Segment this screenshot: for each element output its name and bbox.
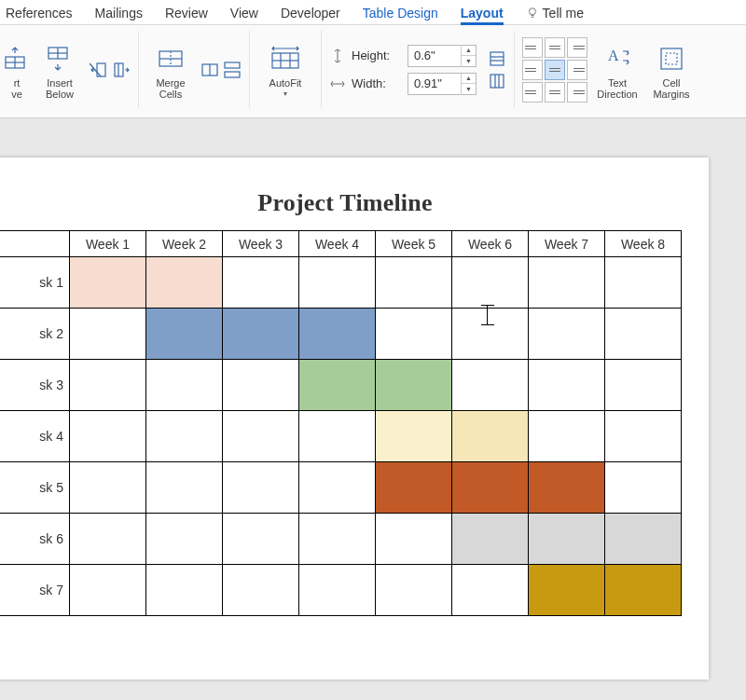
row-label-6[interactable]: sk 6 [0, 514, 70, 565]
split-table-button[interactable] [223, 61, 242, 79]
merge-cells-button[interactable]: Merge Cells [146, 40, 195, 100]
col-week-1[interactable]: Week 1 [70, 231, 146, 257]
cell[interactable] [529, 360, 605, 411]
cell[interactable] [605, 257, 682, 309]
col-week-4[interactable]: Week 4 [299, 231, 376, 257]
align-mid-right[interactable] [567, 60, 587, 80]
cell[interactable] [299, 309, 376, 360]
tab-review[interactable]: Review [165, 6, 208, 21]
tab-developer[interactable]: Developer [281, 6, 340, 21]
col-week-6[interactable]: Week 6 [452, 231, 529, 257]
align-top-center[interactable] [545, 37, 565, 58]
distribute-columns-button[interactable] [488, 72, 506, 90]
cell[interactable] [223, 565, 299, 616]
cell[interactable] [299, 411, 376, 462]
cell[interactable] [223, 360, 299, 411]
tab-table-design[interactable]: Table Design [363, 6, 438, 21]
cell[interactable] [146, 411, 223, 462]
cell-margins-button[interactable]: Cell Margins [647, 40, 696, 100]
cell[interactable] [529, 309, 605, 360]
cell[interactable] [376, 514, 452, 565]
header-blank[interactable] [0, 231, 70, 257]
tab-references[interactable]: References [6, 6, 73, 21]
cell[interactable] [146, 514, 223, 565]
cell[interactable] [452, 462, 529, 514]
cell[interactable] [529, 565, 605, 616]
width-input[interactable]: 0.91" ▲ ▼ [408, 73, 477, 95]
cell[interactable] [70, 257, 146, 309]
cell[interactable] [376, 309, 452, 360]
cell[interactable] [529, 257, 605, 309]
row-label-5[interactable]: sk 5 [0, 462, 70, 514]
cell[interactable] [146, 565, 223, 616]
cell[interactable] [299, 462, 376, 514]
align-mid-center[interactable] [545, 60, 565, 80]
tab-tell-me[interactable]: Tell me [526, 6, 584, 21]
timeline-table[interactable]: Week 1 Week 2 Week 3 Week 4 Week 5 Week … [0, 230, 682, 616]
cell[interactable] [529, 462, 605, 514]
cell[interactable] [223, 411, 299, 462]
cell[interactable] [299, 360, 376, 411]
cell[interactable] [376, 257, 452, 309]
align-bot-center[interactable] [545, 82, 565, 103]
cell[interactable] [452, 360, 529, 411]
cell[interactable] [146, 462, 223, 514]
col-week-7[interactable]: Week 7 [529, 231, 605, 257]
insert-below-button[interactable]: Insert Below [35, 40, 84, 100]
align-top-right[interactable] [567, 37, 587, 58]
cell[interactable] [605, 565, 682, 616]
height-spin-down[interactable]: ▼ [462, 56, 476, 67]
distribute-rows-button[interactable] [488, 49, 506, 68]
cell[interactable] [605, 309, 682, 360]
autofit-button[interactable]: AutoFit ▾ [257, 40, 313, 100]
cell[interactable] [605, 514, 682, 565]
row-label-2[interactable]: sk 2 [0, 309, 70, 360]
insert-left-button[interactable] [90, 61, 108, 79]
col-week-8[interactable]: Week 8 [605, 231, 682, 257]
cell[interactable] [299, 565, 376, 616]
row-label-4[interactable]: sk 4 [0, 411, 70, 462]
cell[interactable] [452, 411, 529, 462]
col-week-2[interactable]: Week 2 [146, 231, 223, 257]
cell[interactable] [452, 257, 529, 309]
document-canvas[interactable]: Project Timeline Week 1 Week 2 Week 3 We… [0, 118, 746, 695]
cell[interactable] [223, 309, 299, 360]
cell[interactable] [605, 360, 682, 411]
cell[interactable] [376, 411, 452, 462]
align-bot-left[interactable] [522, 82, 543, 103]
row-label-7[interactable]: sk 7 [0, 565, 70, 616]
width-spin-up[interactable]: ▲ [462, 73, 476, 84]
cell[interactable] [299, 257, 376, 309]
cell[interactable] [70, 514, 146, 565]
cell[interactable] [70, 411, 146, 462]
cell[interactable] [146, 309, 223, 360]
text-direction-button[interactable]: A Text Direction [593, 40, 642, 100]
cell[interactable] [452, 565, 529, 616]
col-week-3[interactable]: Week 3 [223, 231, 299, 257]
cell[interactable] [529, 514, 605, 565]
cell[interactable] [70, 565, 146, 616]
cell[interactable] [70, 462, 146, 514]
insert-above-button[interactable]: rt ve [4, 40, 30, 100]
cell[interactable] [529, 411, 605, 462]
cell[interactable] [452, 514, 529, 565]
cell[interactable] [70, 309, 146, 360]
cell[interactable] [223, 257, 299, 309]
cell[interactable] [376, 565, 452, 616]
cell[interactable] [605, 462, 682, 514]
tab-view[interactable]: View [230, 6, 258, 21]
row-label-3[interactable]: sk 3 [0, 360, 70, 411]
align-top-left[interactable] [522, 37, 543, 58]
split-cells-button[interactable] [200, 61, 219, 79]
cell[interactable] [146, 360, 223, 411]
row-label-1[interactable]: sk 1 [0, 257, 70, 309]
cell[interactable] [146, 257, 223, 309]
cell[interactable] [452, 309, 529, 360]
align-mid-left[interactable] [522, 60, 543, 80]
insert-right-button[interactable] [112, 61, 131, 79]
cell[interactable] [223, 462, 299, 514]
cell[interactable] [299, 514, 376, 565]
cell[interactable] [223, 514, 299, 565]
col-week-5[interactable]: Week 5 [376, 231, 452, 257]
height-input[interactable]: 0.6" ▲ ▼ [408, 45, 477, 67]
